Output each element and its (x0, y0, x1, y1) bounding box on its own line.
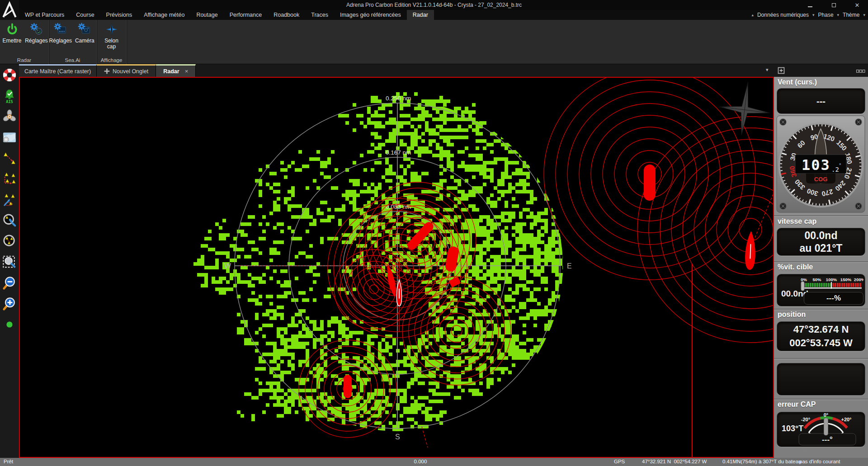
chevron-down-icon: ▾ (863, 13, 865, 17)
svg-text:---°: ---° (822, 435, 833, 444)
erreur-cap-gauge: -20°0°+20°---° (781, 413, 865, 446)
menubar: WP et ParcoursCoursePrévisionsAffichage … (19, 10, 868, 20)
tab-label: Nouvel Onglet (113, 68, 148, 75)
adrena-logo-icon (0, 0, 19, 20)
vit-cible-title: %vit. cible (778, 263, 813, 271)
panel-layout-icon[interactable] (856, 67, 865, 75)
ais-alarm-icon[interactable]: AIS (1, 87, 18, 105)
vit-cible-box[interactable]: 00.0nd 0%50%100%150%200% ---% (777, 274, 865, 306)
empty-instrument-box[interactable] (777, 363, 865, 395)
status-ready: Prêt (4, 459, 13, 464)
seaai-settings-icon (53, 22, 68, 37)
svg-text:COG: COG (814, 176, 828, 183)
zoom-boat-icon[interactable] (1, 212, 18, 230)
chart-icon[interactable] (1, 128, 18, 146)
menu-item-course[interactable]: Course (70, 10, 100, 20)
menu-item-radar[interactable]: Radar (407, 10, 434, 20)
position-lon: 002°53.745 W (777, 336, 865, 350)
compass-gauge[interactable]: 306090120150180210240270300330360888103.… (776, 115, 865, 213)
route-marks-icon[interactable] (1, 170, 18, 188)
propeller-icon[interactable] (1, 108, 18, 126)
svg-text:103: 103 (802, 156, 830, 174)
titlebar: Adrena Pro Carbon Edition V21.1.0.14d-64… (0, 0, 868, 10)
vitesse-cap-box[interactable]: 00.0nd au 021°T (777, 228, 865, 256)
tab-label: Carte Maître (Carte raster) (24, 68, 91, 75)
zoom-in-icon[interactable] (1, 295, 18, 313)
vent-value-box[interactable]: --- (777, 88, 865, 114)
erreur-cap-title: erreur CAP (778, 400, 816, 409)
left-toolbar: AIS (0, 64, 19, 458)
ribbon-button-cam-ra-sea-ai[interactable]: Caméra (73, 22, 97, 44)
radar-display[interactable]: WES0.250 nm0.167 nm0.083 nm (19, 77, 774, 458)
svg-text:AIS: AIS (6, 99, 13, 104)
status-gps: GPS (614, 459, 625, 464)
svg-text:+20°: +20° (841, 417, 851, 422)
statusbar: Prêt 0.000 GPS 47°32.921 N 002°54.227 W … (0, 458, 868, 466)
tab-close-icon[interactable]: × (185, 68, 189, 75)
tab-bar: Carte Maître (Carte raster)Nouvel Onglet… (19, 64, 868, 77)
ribbon-button-r-glages-radar[interactable]: Réglages (25, 22, 48, 44)
status-scale: 0.000 (406, 459, 435, 464)
chevron-down-icon: ▾ (837, 13, 840, 17)
ribbon-button-selon-cap-affichage[interactable]: Selon cap (100, 22, 123, 50)
ribbon-group-sea-ai: RéglagesCaméraSea.Ai (49, 20, 97, 64)
seaai-camera-icon (77, 22, 92, 37)
tab-carte-ma-tre-carte-raster-[interactable]: Carte Maître (Carte raster) (19, 64, 97, 77)
ribbon-group-label: Affichage (97, 57, 126, 63)
lifebuoy-mob-icon[interactable] (1, 66, 18, 84)
add-panel-icon[interactable] (778, 67, 785, 76)
vent-title: Vent (curs.) (778, 78, 817, 86)
power-icon (5, 22, 20, 37)
menu-right-donn-es-num-riques[interactable]: Données numériques (755, 12, 811, 18)
tab-nouvel-onglet[interactable]: Nouvel Onglet (97, 64, 156, 77)
zoom-route-icon[interactable] (1, 232, 18, 250)
ribbon-button-emettre-radar[interactable]: Emettre (0, 22, 24, 44)
menu-item-performance[interactable]: Performance (224, 10, 268, 20)
menu-item-images-g-o-r-f-renc-es[interactable]: Images géo référencées (334, 10, 407, 20)
menu-item-wp-et-parcours[interactable]: WP et Parcours (19, 10, 70, 20)
record-dot-icon[interactable] (1, 315, 18, 334)
radar-settings-icon (29, 22, 44, 37)
svg-text:W: W (224, 262, 231, 270)
tab-radar[interactable]: Radar× (156, 64, 196, 77)
route-plot-icon[interactable] (1, 149, 18, 167)
erreur-cap-box[interactable]: 103°T -20°0°+20°---° (777, 412, 865, 447)
svg-text:°: ° (839, 162, 841, 168)
vit-cible-value: ---% (804, 292, 863, 305)
route-edit-icon[interactable] (1, 191, 18, 209)
tab-label: Radar (163, 68, 179, 75)
status-position: 47°32.921 N 002°54.227 W (642, 459, 707, 464)
status-target-distance: 0.41MN(754m) à 307°T du bateau (722, 459, 801, 464)
move-cross-icon (104, 68, 110, 74)
menu-item-roadbook[interactable]: Roadbook (268, 10, 305, 20)
ribbon-button-label: Réglages (25, 38, 48, 44)
svg-text:.2: .2 (831, 166, 839, 173)
zoom-select-icon[interactable] (1, 253, 18, 271)
menu-item-routage[interactable]: Routage (190, 10, 223, 20)
menu-item-traces[interactable]: Traces (305, 10, 334, 20)
menu-item-affichage-m-t-o[interactable]: Affichage météo (138, 10, 190, 20)
ribbon-group-label: Radar (0, 57, 48, 63)
menu-right-th-me[interactable]: Thème (841, 12, 861, 18)
maximize-button[interactable] (830, 2, 837, 9)
window-title: Adrena Pro Carbon Edition V21.1.0.14d-64… (0, 2, 868, 8)
menu-item-pr-visions[interactable]: Prévisions (100, 10, 138, 20)
ribbon-group-radar: EmettreRéglagesRadar (0, 20, 49, 64)
svg-text:150%: 150% (840, 277, 852, 282)
minimize-button[interactable] (807, 2, 814, 9)
vitesse-cap-course: au 021°T (777, 242, 865, 254)
zoom-out-icon[interactable] (1, 274, 18, 292)
svg-text:200%: 200% (854, 277, 863, 282)
svg-text:0°: 0° (824, 413, 829, 418)
menu-right-phase[interactable]: Phase (816, 12, 835, 18)
svg-text:0.167 nm: 0.167 nm (386, 149, 411, 156)
ribbon-button-r-glages-sea-ai[interactable]: Réglages (49, 22, 72, 44)
position-box[interactable]: 47°32.674 N 002°53.745 W (777, 321, 865, 351)
ribbon-button-label: Caméra (75, 38, 94, 44)
vitesse-cap-title: vitesse cap (778, 217, 816, 226)
svg-text:-20°: -20° (801, 417, 810, 422)
svg-text:E: E (567, 262, 572, 270)
tab-list-dropdown-icon[interactable]: ▾ (766, 67, 769, 73)
close-button[interactable]: ✕ (854, 2, 861, 9)
collapse-ribbon-icon[interactable]: ▴ (751, 13, 754, 17)
